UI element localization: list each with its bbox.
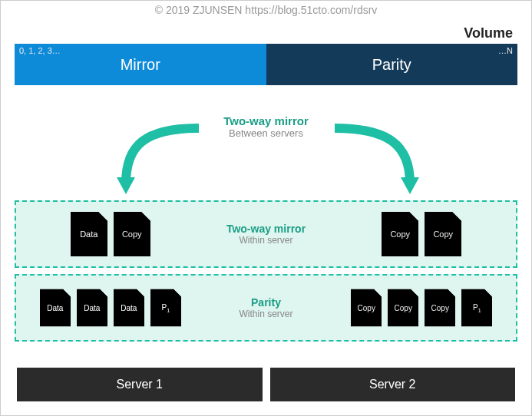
zone-mirror-subtitle: Within server	[205, 235, 328, 246]
zone-mirror: Data Copy Two-way mirror Within server C…	[15, 200, 517, 268]
server-2: Server 2	[268, 368, 518, 401]
data-block-icon: Data	[114, 289, 144, 327]
data-block-icon: Data	[77, 289, 107, 327]
data-block-icon: Data	[71, 212, 107, 256]
parity-block-icon: P1	[150, 289, 181, 327]
volume-mirror-region: 0, 1, 2, 3… Mirror	[15, 44, 266, 85]
flow-arrows-icon	[15, 114, 519, 199]
volume-index-start: 0, 1, 2, 3…	[19, 46, 61, 55]
zone-mirror-server1: Data Copy	[16, 212, 205, 256]
copy-block-icon: Copy	[425, 212, 461, 256]
copy-block-icon: Copy	[114, 212, 150, 256]
server-1: Server 1	[15, 368, 265, 401]
copy-block-icon: Copy	[388, 289, 418, 327]
zone-mirror-caption: Two-way mirror Within server	[205, 223, 328, 246]
volume-parity-region: …N Parity	[266, 44, 518, 85]
volume-mirror-label: Mirror	[121, 56, 160, 74]
volume-bar: 0, 1, 2, 3… Mirror …N Parity	[15, 44, 517, 85]
volume-heading: Volume	[464, 25, 513, 41]
zone-parity-title: Parity	[205, 296, 328, 309]
zone-parity-server1: Data Data Data P1	[16, 289, 205, 327]
zone-mirror-title: Two-way mirror	[205, 223, 328, 235]
zone-parity-subtitle: Within server	[205, 309, 328, 319]
data-block-icon: Data	[40, 289, 71, 327]
copy-block-icon: Copy	[351, 289, 382, 327]
copy-block-icon: Copy	[382, 212, 418, 256]
zone-mirror-server2: Copy Copy	[328, 212, 517, 256]
volume-index-end: …N	[498, 46, 513, 55]
volume-parity-label: Parity	[372, 56, 411, 74]
zone-parity-server2: Copy Copy Copy P1	[328, 289, 517, 327]
copyright-text: © 2019 ZJUNSEN https://blog.51cto.com/rd…	[1, 4, 531, 16]
copy-block-icon: Copy	[425, 289, 455, 327]
server-bar: Server 1 Server 2	[15, 368, 517, 401]
parity-block-icon: P1	[461, 289, 492, 327]
zone-parity: Data Data Data P1 Parity Within server C…	[15, 274, 517, 342]
zone-parity-caption: Parity Within server	[205, 296, 328, 319]
